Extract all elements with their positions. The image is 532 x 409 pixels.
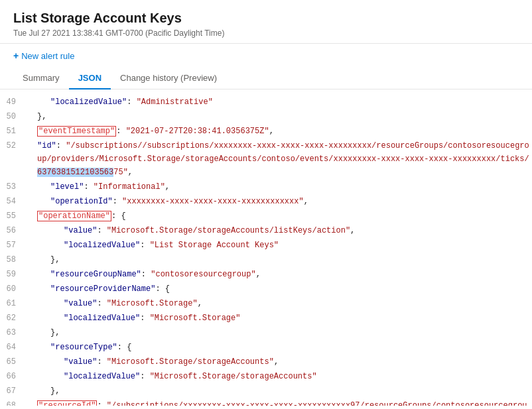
page-subtitle: Tue Jul 27 2021 13:38:41 GMT-0700 (Pacif…: [13, 29, 519, 38]
tab-summary[interactable]: Summary: [13, 68, 69, 89]
json-line-49: 49 "localizedValue": "Administrative": [0, 95, 532, 109]
page-header: List Storage Account Keys Tue Jul 27 202…: [0, 0, 532, 89]
json-line-61: 61 "value": "Microsoft.Storage",: [0, 296, 532, 311]
tab-bar: Summary JSON Change history (Preview): [0, 68, 532, 89]
json-line-51: 51 "eventTimestamp": "2021-07-27T20:38:4…: [0, 124, 532, 139]
json-line-62: 62 "localizedValue": "Microsoft.Storage": [0, 311, 532, 325]
tab-change-history[interactable]: Change history (Preview): [111, 68, 226, 89]
json-viewer[interactable]: 49 "localizedValue": "Administrative" 50…: [0, 89, 532, 406]
json-line-56: 56 "value": "Microsoft.Storage/storageAc…: [0, 223, 532, 238]
json-line-54: 54 "operationId": "xxxxxxxx-xxxx-xxxx-xx…: [0, 194, 532, 209]
json-line-53: 53 "level": "Informational",: [0, 180, 532, 194]
json-line-64: 64 "resourceType": {: [0, 340, 532, 355]
json-line-63: 63 },: [0, 325, 532, 340]
new-alert-rule-label: New alert rule: [21, 51, 74, 61]
json-line-68: 68 "resourceId": "/subscriptions/xxxxxxx…: [0, 398, 532, 406]
json-line-67: 67 },: [0, 384, 532, 398]
new-alert-rule-button[interactable]: + New alert rule: [13, 50, 74, 61]
json-line-55: 55 "operationName": {: [0, 209, 532, 223]
json-line-57: 57 "localizedValue": "List Storage Accou…: [0, 238, 532, 253]
json-line-52: 52 "id": "/subscriptions//subscriptions/…: [0, 139, 532, 180]
json-line-65: 65 "value": "Microsoft.Storage/storageAc…: [0, 355, 532, 369]
page-title: List Storage Account Keys: [13, 11, 519, 26]
json-line-60: 60 "resourceProviderName": {: [0, 282, 532, 296]
json-line-59: 59 "resourceGroupName": "contosoresource…: [0, 267, 532, 282]
json-line-66: 66 "localizedValue": "Microsoft.Storage/…: [0, 369, 532, 384]
toolbar: + New alert rule: [0, 44, 532, 68]
plus-icon: +: [13, 50, 19, 61]
json-line-58: 58 },: [0, 253, 532, 267]
tab-json[interactable]: JSON: [69, 68, 111, 89]
json-line-50: 50 },: [0, 109, 532, 124]
